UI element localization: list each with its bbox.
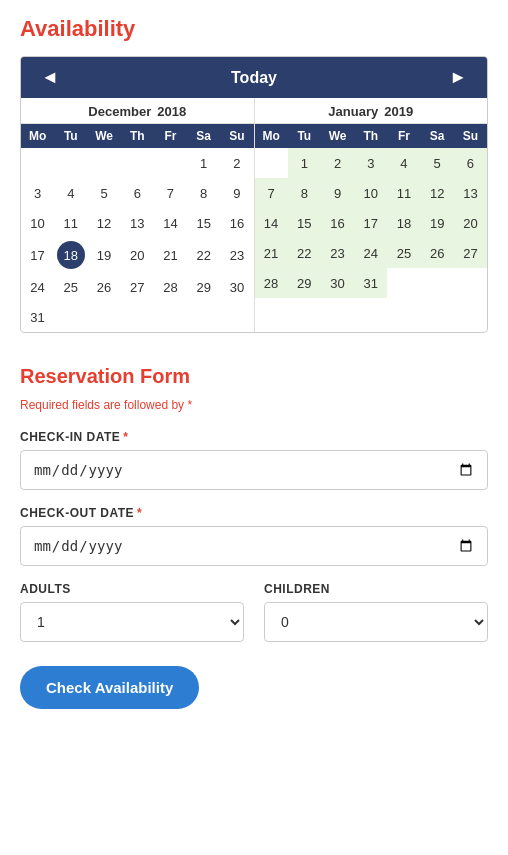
day-cell[interactable]: 27 xyxy=(454,238,487,268)
day-cell[interactable]: 22 xyxy=(288,238,321,268)
day-cell[interactable]: 19 xyxy=(87,238,120,272)
day-cell[interactable]: 9 xyxy=(321,178,354,208)
january-days-grid: 1 2 3 4 5 6 7 8 9 10 11 12 13 14 15 16 1… xyxy=(255,148,488,298)
day-cell[interactable]: 23 xyxy=(321,238,354,268)
reservation-form-title: Reservation Form xyxy=(20,365,488,388)
day-cell xyxy=(421,268,454,298)
day-cell[interactable]: 22 xyxy=(187,238,220,272)
day-cell xyxy=(220,302,253,332)
day-cell[interactable]: 11 xyxy=(54,208,87,238)
day-cell[interactable]: 17 xyxy=(21,238,54,272)
day-cell[interactable]: 1 xyxy=(288,148,321,178)
day-cell[interactable]: 26 xyxy=(87,272,120,302)
day-cell[interactable]: 25 xyxy=(387,238,420,268)
checkout-date-input[interactable] xyxy=(20,526,488,566)
day-cell[interactable]: 8 xyxy=(187,178,220,208)
day-cell-18-selected[interactable]: 18 xyxy=(54,238,87,272)
day-cell[interactable]: 26 xyxy=(421,238,454,268)
checkin-date-input[interactable] xyxy=(20,450,488,490)
day-cell xyxy=(87,302,120,332)
day-cell[interactable]: 31 xyxy=(21,302,54,332)
dow-fr-dec: Fr xyxy=(154,124,187,148)
day-cell[interactable]: 19 xyxy=(421,208,454,238)
calendar-today-label: Today xyxy=(231,69,277,87)
day-cell[interactable]: 10 xyxy=(21,208,54,238)
calendar-next-button[interactable]: ► xyxy=(443,67,473,88)
day-cell[interactable]: 7 xyxy=(255,178,288,208)
day-cell[interactable]: 24 xyxy=(21,272,54,302)
day-cell[interactable]: 7 xyxy=(154,178,187,208)
day-cell[interactable]: 13 xyxy=(121,208,154,238)
day-cell[interactable]: 8 xyxy=(288,178,321,208)
day-cell[interactable]: 10 xyxy=(354,178,387,208)
day-cell[interactable]: 6 xyxy=(454,148,487,178)
day-cell[interactable]: 18 xyxy=(387,208,420,238)
day-cell[interactable] xyxy=(87,148,120,178)
day-cell[interactable]: 14 xyxy=(154,208,187,238)
day-cell[interactable]: 15 xyxy=(187,208,220,238)
day-cell[interactable]: 4 xyxy=(54,178,87,208)
day-cell[interactable]: 20 xyxy=(121,238,154,272)
day-cell[interactable] xyxy=(54,148,87,178)
day-cell[interactable]: 24 xyxy=(354,238,387,268)
day-cell[interactable]: 20 xyxy=(454,208,487,238)
dow-tu-jan: Tu xyxy=(288,124,321,148)
day-cell[interactable]: 21 xyxy=(255,238,288,268)
day-cell[interactable]: 12 xyxy=(87,208,120,238)
day-cell xyxy=(454,268,487,298)
adults-col: ADULTS 1 2 3 4 5 6 xyxy=(20,582,244,642)
dow-we-jan: We xyxy=(321,124,354,148)
day-cell[interactable]: 31 xyxy=(354,268,387,298)
day-cell[interactable]: 4 xyxy=(387,148,420,178)
day-cell xyxy=(121,302,154,332)
day-cell[interactable] xyxy=(21,148,54,178)
day-cell[interactable]: 6 xyxy=(121,178,154,208)
day-cell[interactable]: 29 xyxy=(288,268,321,298)
december-year: 2018 xyxy=(157,104,186,119)
day-cell[interactable]: 15 xyxy=(288,208,321,238)
day-cell[interactable]: 30 xyxy=(220,272,253,302)
checkin-date-label: CHECK-IN DATE* xyxy=(20,430,488,444)
check-availability-button[interactable]: Check Availability xyxy=(20,666,199,709)
day-cell[interactable]: 17 xyxy=(354,208,387,238)
day-cell[interactable]: 27 xyxy=(121,272,154,302)
day-cell[interactable]: 30 xyxy=(321,268,354,298)
dow-mo-jan: Mo xyxy=(255,124,288,148)
dow-th-jan: Th xyxy=(354,124,387,148)
january-month-name: January xyxy=(328,104,378,119)
day-cell[interactable]: 21 xyxy=(154,238,187,272)
adults-select[interactable]: 1 2 3 4 5 6 xyxy=(20,602,244,642)
dow-tu-dec: Tu xyxy=(54,124,87,148)
day-cell[interactable]: 2 xyxy=(321,148,354,178)
calendar-months-container: December 2018 Mo Tu We Th Fr Sa Su xyxy=(21,98,487,332)
day-cell[interactable] xyxy=(154,148,187,178)
children-col: CHILDREN 0 1 2 3 4 xyxy=(264,582,488,642)
dow-th-dec: Th xyxy=(121,124,154,148)
checkin-date-group: CHECK-IN DATE* xyxy=(20,430,488,490)
children-select[interactable]: 0 1 2 3 4 xyxy=(264,602,488,642)
day-cell[interactable]: 16 xyxy=(321,208,354,238)
day-cell[interactable]: 12 xyxy=(421,178,454,208)
day-cell[interactable]: 25 xyxy=(54,272,87,302)
day-cell[interactable]: 13 xyxy=(454,178,487,208)
checkout-date-group: CHECK-OUT DATE* xyxy=(20,506,488,566)
day-cell[interactable]: 3 xyxy=(21,178,54,208)
day-cell[interactable]: 2 xyxy=(220,148,253,178)
day-cell[interactable]: 23 xyxy=(220,238,253,272)
day-cell[interactable]: 1 xyxy=(187,148,220,178)
day-cell[interactable]: 28 xyxy=(154,272,187,302)
day-cell[interactable]: 5 xyxy=(421,148,454,178)
dow-su-jan: Su xyxy=(454,124,487,148)
day-cell[interactable]: 29 xyxy=(187,272,220,302)
calendar-prev-button[interactable]: ◄ xyxy=(35,67,65,88)
day-cell[interactable]: 5 xyxy=(87,178,120,208)
adults-label: ADULTS xyxy=(20,582,244,596)
day-cell[interactable]: 16 xyxy=(220,208,253,238)
day-cell[interactable]: 11 xyxy=(387,178,420,208)
day-cell[interactable]: 14 xyxy=(255,208,288,238)
day-cell[interactable]: 28 xyxy=(255,268,288,298)
day-cell xyxy=(187,302,220,332)
day-cell[interactable] xyxy=(121,148,154,178)
day-cell[interactable]: 9 xyxy=(220,178,253,208)
day-cell[interactable]: 3 xyxy=(354,148,387,178)
